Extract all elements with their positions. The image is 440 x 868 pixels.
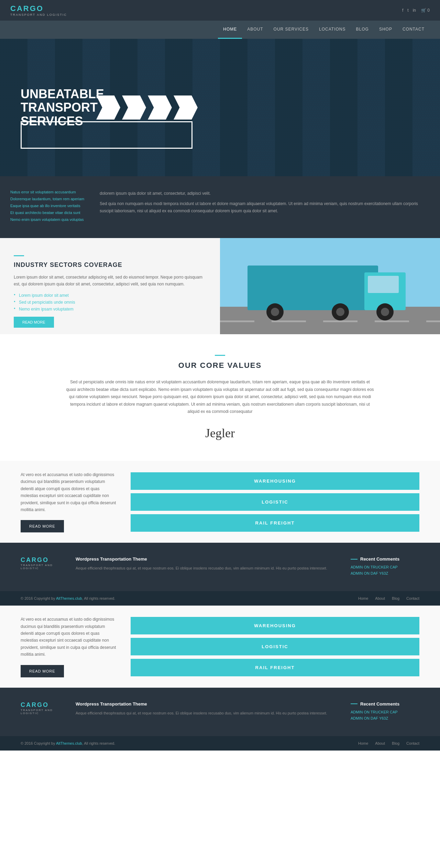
comment-link-2-2[interactable]: ADMIN ON DAF Y63Z [351, 716, 419, 720]
comment-link-2-1[interactable]: ADMIN ON TRUCKER CAP [351, 710, 419, 714]
industry-title: INDUSTRY SECTORS COVERAGE [14, 261, 206, 269]
footer-logo-1: CARGO TRANSPORT AND LOGISTIC [21, 556, 62, 577]
footer-logo-main-1: CARGO [21, 556, 62, 564]
info-link-1[interactable]: Natus error sit voluptatem accusantium [10, 190, 86, 194]
core-values-section: OUR CORE VALUES Sed ut perspiciatis unde… [0, 334, 440, 461]
info-text-2: Sed quia non numquam eius modi tempora i… [100, 200, 430, 214]
main-nav: HOME ABOUT OUR SERVICES LOCATIONS BLOG S… [0, 21, 440, 39]
footer-nav-blog-2[interactable]: Blog [392, 741, 399, 745]
footer-middle-1: Wordpress Transportation Theme Aeque eff… [76, 556, 337, 577]
footer-theme-title-1: Wordpress Transportation Theme [76, 556, 337, 562]
rail-freight-button-2[interactable]: RAIL FREIGHT [131, 659, 419, 676]
comment-link-1-2[interactable]: ADMIN ON DAF Y63Z [351, 571, 419, 575]
svg-rect-2 [248, 266, 378, 310]
copyright-link-1[interactable]: AltThemes.club [56, 596, 82, 600]
copyright-text-1: © 2016 Copyright by AltThemes.club, All … [21, 596, 115, 600]
industry-list: Lorem ipsum dolor sit amet Sed ut perspi… [14, 293, 206, 312]
comment-link-1-1[interactable]: ADMIN ON TRUCKER CAP [351, 565, 419, 569]
core-values-title: OUR CORE VALUES [21, 361, 419, 370]
services-text-2: At vero eos et accusamus et iusto odio d… [21, 616, 117, 677]
truck-svg [220, 238, 440, 334]
cart-icon[interactable]: 🛒 0 [421, 8, 430, 13]
footer-nav-home-1[interactable]: Home [358, 596, 368, 600]
services-buttons-2: WAREHOUSING LOGISTIC RAIL FREIGHT [131, 616, 419, 677]
site-footer-1: CARGO TRANSPORT AND LOGISTIC Wordpress T… [0, 543, 440, 591]
info-text: dolorem ipsum quia dolor sit amet, conse… [100, 190, 430, 224]
footer-nav-contact-1[interactable]: Contact [406, 596, 419, 600]
footer-theme-title-2: Wordpress Transportation Theme [76, 701, 337, 707]
info-section: Natus error sit voluptatem accusantium D… [0, 176, 440, 238]
svg-point-8 [336, 308, 344, 316]
warehousing-button-1[interactable]: WAREHOUSING [131, 472, 419, 490]
nav-shop[interactable]: SHOP [374, 21, 397, 39]
services-text-1: At vero eos et accusamus et iusto odio d… [21, 471, 117, 532]
hero-arrows [96, 95, 198, 120]
footer-theme-desc-1: Aeque efficiendi theophrastus qui at, et… [76, 565, 337, 572]
footer-nav-about-1[interactable]: About [375, 596, 385, 600]
services-section-2: At vero eos et accusamus et iusto odio d… [0, 606, 440, 687]
svg-rect-4 [368, 276, 399, 293]
footer-nav-home-2[interactable]: Home [358, 741, 368, 745]
info-links: Natus error sit voluptatem accusantium D… [10, 190, 86, 224]
footer-logo-main-2: CARGO [21, 701, 62, 709]
services-section-1: At vero eos et accusamus et iusto odio d… [0, 461, 440, 543]
site-logo[interactable]: CARGO TRANSPORT AND LOGISTIC [10, 4, 67, 16]
copyright-link-2[interactable]: AltThemes.club [56, 741, 82, 745]
core-values-accent [215, 355, 225, 356]
footer-nav-about-2[interactable]: About [375, 741, 385, 745]
nav-contact[interactable]: CONTACT [397, 21, 430, 39]
industry-text: INDUSTRY SECTORS COVERAGE Lorem ipsum do… [0, 238, 220, 334]
copyright-bar-2: © 2016 Copyright by AltThemes.club, All … [0, 736, 440, 751]
footer-nav-contact-2[interactable]: Contact [406, 741, 419, 745]
industry-list-item-3: Nemo enim ipsam voluptatem [14, 307, 206, 312]
logo-sub: TRANSPORT AND LOGISTIC [10, 13, 67, 16]
nav-services[interactable]: OUR SERVICES [268, 21, 314, 39]
footer-right-1: Recent Comments ADMIN ON TRUCKER CAP ADM… [351, 556, 419, 577]
footer-nav-blog-1[interactable]: Blog [392, 596, 399, 600]
warehousing-button-2[interactable]: WAREHOUSING [131, 617, 419, 634]
nav-home[interactable]: HOME [218, 21, 242, 39]
nav-locations[interactable]: LOCATIONS [314, 21, 351, 39]
services-description-2: At vero eos et accusamus et iusto odio d… [21, 616, 117, 658]
info-link-2[interactable]: Doloremque laudantium, totam rem aperiam [10, 197, 86, 201]
nav-blog[interactable]: BLOG [351, 21, 374, 39]
logistic-button-2[interactable]: LOGISTIC [131, 638, 419, 655]
social-icons: f t in [402, 8, 416, 13]
nav-about[interactable]: ABOUT [242, 21, 268, 39]
rail-freight-button-1[interactable]: RAIL FREIGHT [131, 514, 419, 532]
arrow-3 [148, 95, 172, 120]
industry-read-more-button[interactable]: READ MORE [14, 317, 54, 328]
linkedin-icon[interactable]: in [413, 8, 416, 13]
logo-main: CARGO [10, 4, 67, 13]
accent-bar [14, 255, 24, 256]
svg-rect-13 [323, 320, 358, 322]
copyright-bar-1: © 2016 Copyright by AltThemes.club, All … [0, 591, 440, 606]
facebook-icon[interactable]: f [402, 8, 403, 13]
svg-point-10 [381, 308, 389, 316]
site-header: CARGO TRANSPORT AND LOGISTIC f t in 🛒 0 [0, 0, 440, 21]
copyright-links-1: Home About Blog Contact [358, 596, 419, 600]
industry-description: Lorem ipsum dolor sit amet, consectetur … [14, 274, 206, 288]
recent-comments-title-1: Recent Comments [351, 556, 419, 562]
footer-logo-sub-2: TRANSPORT AND LOGISTIC [21, 709, 62, 715]
svg-rect-15 [426, 320, 440, 322]
info-link-5[interactable]: Nemo enim ipsam voluptatem quia voluptas [10, 217, 86, 222]
twitter-icon[interactable]: t [407, 8, 408, 13]
industry-image [220, 238, 440, 334]
arrow-4 [174, 95, 198, 120]
info-link-4[interactable]: Et quasi architecto beatae vitae dicta s… [10, 211, 86, 215]
read-more-button-2[interactable]: READ MORE [21, 665, 64, 677]
signature: Jegler [21, 426, 419, 440]
recent-comments-title-2: Recent Comments [351, 701, 419, 707]
arrow-1 [96, 95, 120, 120]
core-values-description: Sed ut perspiciatis unde omnis iste natu… [65, 379, 375, 416]
footer-theme-desc-2: Aeque efficiendi theophrastus qui at, et… [76, 710, 337, 717]
info-link-3[interactable]: Eaque ipsa quae ab illo inventore verita… [10, 204, 86, 208]
copyright-text-2: © 2016 Copyright by AltThemes.club, All … [21, 741, 115, 745]
svg-point-6 [271, 308, 279, 316]
read-more-button-1[interactable]: READ MORE [21, 520, 64, 532]
header-right: f t in 🛒 0 [402, 8, 430, 13]
copyright-links-2: Home About Blog Contact [358, 741, 419, 745]
footer-right-2: Recent Comments ADMIN ON TRUCKER CAP ADM… [351, 701, 419, 722]
logistic-button-1[interactable]: LOGISTIC [131, 493, 419, 511]
